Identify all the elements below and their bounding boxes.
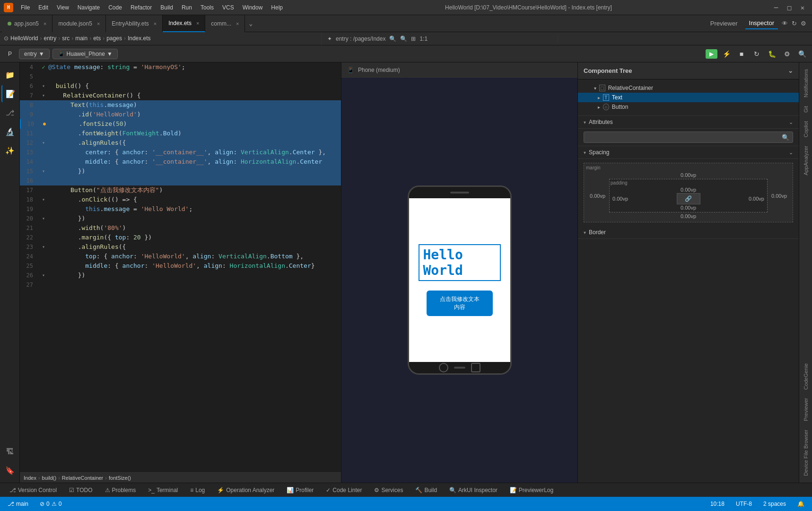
tab-entry-ability[interactable]: EntryAbility.ets × xyxy=(106,15,163,32)
tab-previewer[interactable]: Previewer xyxy=(707,18,742,29)
minimize-button[interactable]: ─ xyxy=(770,2,782,13)
bottom-tab-log[interactable]: ≡ Log xyxy=(184,485,210,495)
bottom-tab-code-linter[interactable]: ✓ Code Linter xyxy=(320,485,367,495)
debug-icon[interactable]: 🐛 xyxy=(766,48,778,60)
menu-tools[interactable]: Tools xyxy=(197,3,218,12)
menu-edit[interactable]: Edit xyxy=(35,3,52,12)
menu-vcs[interactable]: VCS xyxy=(218,3,238,12)
status-line-col[interactable]: 10:18 xyxy=(708,501,726,507)
toolbar-icon[interactable]: 👁 xyxy=(782,20,788,27)
menu-code[interactable]: Code xyxy=(105,3,126,12)
attributes-search-input[interactable] xyxy=(584,132,793,143)
settings-icon[interactable]: ⚙ xyxy=(781,48,793,60)
bc-item-helloworld[interactable]: HelloWorld xyxy=(10,35,38,42)
sidebar-icon-editor[interactable]: 📝 xyxy=(1,85,18,102)
status-encoding[interactable]: UTF-8 xyxy=(734,501,754,507)
expand-icon[interactable]: ⌄ xyxy=(788,67,793,74)
spacing-section-header[interactable]: ▾ Spacing ⌄ xyxy=(578,146,799,159)
zoom-icon2[interactable]: 🔍 xyxy=(400,35,407,42)
close-button[interactable]: ✕ xyxy=(797,2,808,13)
status-errors[interactable]: ⊘ 0 ⚠ 0 xyxy=(38,501,63,507)
bottom-tab-operation-analyzer[interactable]: ⚡ Operation Analyzer xyxy=(211,485,280,495)
preview-button[interactable]: 点击我修改文本内容 xyxy=(427,291,493,316)
tree-item-text[interactable]: ▸ T Text xyxy=(578,93,799,102)
sidebar-icon-appanalyzer[interactable]: 🔬 xyxy=(1,123,18,140)
bottom-tab-todo[interactable]: ☑ TODO xyxy=(63,485,98,495)
bc-item-entry[interactable]: entry xyxy=(44,35,56,42)
menu-build[interactable]: Build xyxy=(157,3,177,12)
bottom-tab-services[interactable]: ⚙ Services xyxy=(368,485,409,495)
expand-icon[interactable]: ⌄ xyxy=(789,119,793,125)
expand-icon[interactable]: ⌄ xyxy=(789,150,793,156)
bottom-tab-terminal[interactable]: >_ Terminal xyxy=(142,485,183,495)
tab-close-icon[interactable]: × xyxy=(196,20,199,26)
inspector-scroll[interactable]: ▾ Attributes ⌄ 🔍 ▾ Spacing ⌄ xyxy=(578,116,799,483)
menu-refactor[interactable]: Refactor xyxy=(127,3,156,12)
right-sidebar-previewer[interactable]: Previewer xyxy=(802,395,810,424)
tab-close-icon[interactable]: × xyxy=(97,21,100,26)
stop-icon[interactable]: ■ xyxy=(735,48,748,60)
menu-window[interactable]: Window xyxy=(239,3,267,12)
bottom-tab-profiler[interactable]: 📊 Profiler xyxy=(281,485,319,495)
right-sidebar-notifications[interactable]: Notifications xyxy=(802,66,810,100)
bottom-tab-arkui-inspector[interactable]: 🔍 ArkUI Inspector xyxy=(444,485,503,495)
bc-item-ets[interactable]: ets xyxy=(93,35,101,42)
status-notifications-icon[interactable]: 🔔 xyxy=(795,501,806,507)
tab-index-ets[interactable]: Index.ets × xyxy=(163,15,205,32)
menu-view[interactable]: View xyxy=(53,3,73,12)
menu-run[interactable]: Run xyxy=(178,3,196,12)
more-tabs-button[interactable]: ⌄ xyxy=(245,20,256,27)
run-button[interactable]: ▶ xyxy=(706,49,717,59)
bc-index[interactable]: Index xyxy=(24,475,36,481)
bc-build[interactable]: build() xyxy=(42,475,57,481)
device-dropdown[interactable]: 📱 Huawei_Phone ▼ xyxy=(52,49,118,59)
bottom-tab-problems[interactable]: ⚠ Problems xyxy=(99,485,142,495)
attributes-section-header[interactable]: ▾ Attributes ⌄ xyxy=(578,116,799,129)
project-icon[interactable]: P xyxy=(4,48,16,60)
tab-inspector[interactable]: Inspector xyxy=(745,18,778,29)
border-section-header[interactable]: ▾ Border xyxy=(578,226,799,239)
tab-comm[interactable]: comm... × xyxy=(205,15,245,32)
sidebar-icon-structure[interactable]: 🏗 xyxy=(1,443,18,460)
toolbar-icon[interactable]: ↻ xyxy=(792,20,797,27)
toolbar-icon[interactable]: ⚙ xyxy=(801,20,806,27)
menu-file[interactable]: File xyxy=(17,3,34,12)
maximize-button[interactable]: □ xyxy=(784,2,795,13)
sidebar-icon-project[interactable]: 📁 xyxy=(1,66,18,83)
bc-relativecontainer[interactable]: RelativeContainer xyxy=(62,475,103,481)
status-branch[interactable]: ⎇ main xyxy=(6,501,30,507)
tab-close-icon[interactable]: × xyxy=(236,21,239,26)
search-icon[interactable]: 🔍 xyxy=(796,48,808,60)
right-sidebar-devicefile[interactable]: Device File Browser xyxy=(802,427,810,479)
tab-close-icon[interactable]: × xyxy=(44,21,46,26)
hot-reload-icon[interactable]: ⚡ xyxy=(720,48,733,60)
code-area[interactable]: 4 ✓ @State message: string = 'HarmonyOS'… xyxy=(20,62,341,483)
bc-fontsize[interactable]: fontSize() xyxy=(109,475,131,481)
fit-icon[interactable]: ⊞ xyxy=(411,35,416,42)
sidebar-icon-bookmarks[interactable]: 🔖 xyxy=(1,462,18,479)
tree-item-button[interactable]: ▸ ○ Button xyxy=(578,102,799,112)
bottom-tab-version-control[interactable]: ⎇ Version Control xyxy=(4,485,62,495)
bc-item-pages[interactable]: pages xyxy=(106,35,122,42)
bc-item-src[interactable]: src xyxy=(62,35,70,42)
bottom-tab-build[interactable]: 🔨 Build xyxy=(410,485,443,495)
sidebar-icon-git[interactable]: ⎇ xyxy=(1,104,18,121)
right-sidebar-appanalyzer[interactable]: AppAnalyzer xyxy=(802,143,810,178)
right-sidebar-copilot[interactable]: Copilot xyxy=(802,118,810,140)
tree-item-relativecontainer[interactable]: ▾ □ RelativeContainer xyxy=(578,83,799,93)
bottom-tab-previewer-log[interactable]: 📝 PreviewerLog xyxy=(504,485,559,495)
entry-dropdown[interactable]: entry ▼ xyxy=(19,49,50,59)
menu-help[interactable]: Help xyxy=(267,3,287,12)
menu-navigate[interactable]: Navigate xyxy=(74,3,104,12)
bc-item-index[interactable]: Index.ets xyxy=(128,35,151,42)
bc-item-main[interactable]: main xyxy=(75,35,87,42)
refresh-icon[interactable]: ↻ xyxy=(751,48,763,60)
tab-module-json5[interactable]: module.json5 × xyxy=(52,15,106,32)
sidebar-icon-codegenie[interactable]: ✨ xyxy=(1,142,18,159)
tab-close-icon[interactable]: × xyxy=(154,21,157,26)
right-sidebar-codegenie[interactable]: CodeGenie xyxy=(802,361,810,393)
tab-app-json5[interactable]: app.json5 × xyxy=(2,15,52,32)
status-indent[interactable]: 2 spaces xyxy=(761,501,788,507)
zoom-icon1[interactable]: 🔍 xyxy=(389,35,396,42)
right-sidebar-git[interactable]: Git xyxy=(802,103,810,115)
